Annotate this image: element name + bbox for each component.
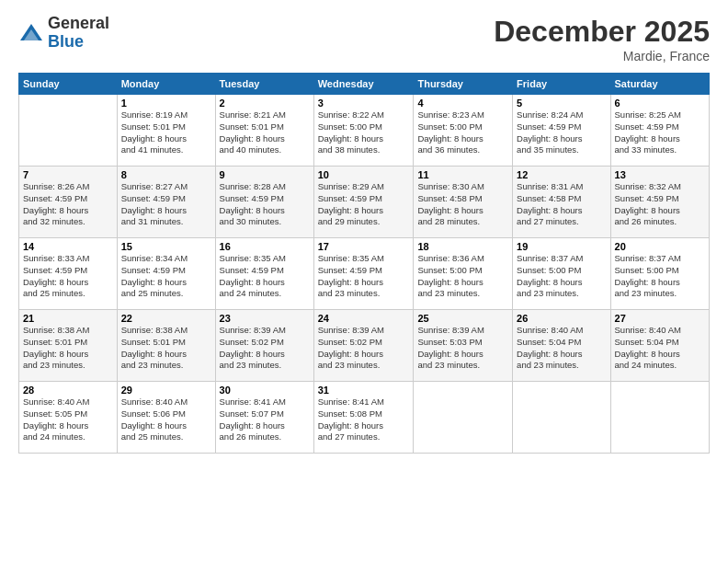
- calendar-cell: 17Sunrise: 8:35 AM Sunset: 4:59 PM Dayli…: [313, 238, 414, 310]
- calendar-cell: 13Sunrise: 8:32 AM Sunset: 4:59 PM Dayli…: [610, 167, 709, 238]
- calendar-header-row: SundayMondayTuesdayWednesdayThursdayFrid…: [19, 74, 710, 95]
- day-number: 30: [220, 385, 310, 396]
- calendar-cell: 10Sunrise: 8:29 AM Sunset: 4:59 PM Dayli…: [313, 167, 414, 238]
- day-info: Sunrise: 8:36 AM Sunset: 5:00 PM Dayligh…: [417, 253, 508, 300]
- calendar-cell: 29Sunrise: 8:40 AM Sunset: 5:06 PM Dayli…: [117, 382, 215, 454]
- day-number: 11: [417, 169, 508, 180]
- day-number: 16: [220, 241, 310, 252]
- day-info: Sunrise: 8:21 AM Sunset: 5:01 PM Dayligh…: [220, 109, 310, 156]
- day-info: Sunrise: 8:28 AM Sunset: 4:59 PM Dayligh…: [220, 181, 310, 228]
- day-number: 24: [318, 313, 410, 324]
- day-of-week-header: Saturday: [610, 74, 709, 95]
- calendar-cell: [414, 382, 513, 454]
- day-number: 26: [517, 313, 606, 324]
- day-info: Sunrise: 8:33 AM Sunset: 4:59 PM Dayligh…: [23, 253, 113, 300]
- calendar-cell: 30Sunrise: 8:41 AM Sunset: 5:07 PM Dayli…: [215, 382, 313, 454]
- day-info: Sunrise: 8:29 AM Sunset: 4:59 PM Dayligh…: [318, 181, 410, 228]
- day-info: Sunrise: 8:26 AM Sunset: 4:59 PM Dayligh…: [23, 181, 113, 228]
- day-of-week-header: Sunday: [19, 74, 118, 95]
- day-of-week-header: Monday: [117, 74, 215, 95]
- day-number: 19: [517, 241, 606, 252]
- day-info: Sunrise: 8:40 AM Sunset: 5:04 PM Dayligh…: [615, 325, 705, 372]
- day-number: 13: [615, 169, 705, 180]
- day-number: 22: [121, 313, 211, 324]
- calendar-cell: 12Sunrise: 8:31 AM Sunset: 4:58 PM Dayli…: [513, 167, 610, 238]
- day-info: Sunrise: 8:41 AM Sunset: 5:07 PM Dayligh…: [220, 396, 310, 443]
- day-info: Sunrise: 8:32 AM Sunset: 4:59 PM Dayligh…: [615, 181, 705, 228]
- day-number: 28: [23, 385, 113, 396]
- day-number: 7: [23, 169, 113, 180]
- subtitle: Mardie, France: [494, 49, 710, 63]
- calendar-cell: 20Sunrise: 8:37 AM Sunset: 5:00 PM Dayli…: [610, 238, 709, 310]
- day-info: Sunrise: 8:19 AM Sunset: 5:01 PM Dayligh…: [121, 109, 211, 156]
- day-info: Sunrise: 8:38 AM Sunset: 5:01 PM Dayligh…: [121, 325, 211, 372]
- day-info: Sunrise: 8:35 AM Sunset: 4:59 PM Dayligh…: [220, 253, 310, 300]
- calendar-cell: [513, 382, 610, 454]
- day-number: 23: [220, 313, 310, 324]
- day-info: Sunrise: 8:41 AM Sunset: 5:08 PM Dayligh…: [318, 396, 410, 443]
- day-info: Sunrise: 8:40 AM Sunset: 5:05 PM Dayligh…: [23, 396, 113, 443]
- day-info: Sunrise: 8:37 AM Sunset: 5:00 PM Dayligh…: [517, 253, 606, 300]
- day-info: Sunrise: 8:25 AM Sunset: 4:59 PM Dayligh…: [615, 109, 705, 156]
- calendar-cell: 9Sunrise: 8:28 AM Sunset: 4:59 PM Daylig…: [215, 167, 313, 238]
- day-info: Sunrise: 8:40 AM Sunset: 5:04 PM Dayligh…: [517, 325, 606, 372]
- day-of-week-header: Thursday: [414, 74, 513, 95]
- day-number: 31: [318, 385, 410, 396]
- calendar-cell: 6Sunrise: 8:25 AM Sunset: 4:59 PM Daylig…: [610, 95, 709, 167]
- day-of-week-header: Tuesday: [215, 74, 313, 95]
- day-of-week-header: Friday: [513, 74, 610, 95]
- day-number: 12: [517, 169, 606, 180]
- day-info: Sunrise: 8:30 AM Sunset: 4:58 PM Dayligh…: [417, 181, 508, 228]
- calendar-cell: 1Sunrise: 8:19 AM Sunset: 5:01 PM Daylig…: [117, 95, 215, 167]
- day-info: Sunrise: 8:23 AM Sunset: 5:00 PM Dayligh…: [417, 109, 508, 156]
- day-number: 2: [220, 98, 310, 109]
- logo: General Blue: [18, 15, 109, 52]
- calendar-cell: 31Sunrise: 8:41 AM Sunset: 5:08 PM Dayli…: [313, 382, 414, 454]
- calendar-week-row: 21Sunrise: 8:38 AM Sunset: 5:01 PM Dayli…: [19, 310, 710, 382]
- logo-icon: [18, 20, 44, 46]
- calendar-cell: 11Sunrise: 8:30 AM Sunset: 4:58 PM Dayli…: [414, 167, 513, 238]
- day-number: 27: [615, 313, 705, 324]
- day-number: 9: [220, 169, 310, 180]
- day-info: Sunrise: 8:35 AM Sunset: 4:59 PM Dayligh…: [318, 253, 410, 300]
- calendar-week-row: 28Sunrise: 8:40 AM Sunset: 5:05 PM Dayli…: [19, 382, 710, 454]
- calendar-cell: 22Sunrise: 8:38 AM Sunset: 5:01 PM Dayli…: [117, 310, 215, 382]
- calendar-cell: 15Sunrise: 8:34 AM Sunset: 4:59 PM Dayli…: [117, 238, 215, 310]
- page-container: General Blue December 2025 Mardie, Franc…: [0, 0, 728, 563]
- day-info: Sunrise: 8:22 AM Sunset: 5:00 PM Dayligh…: [318, 109, 410, 156]
- calendar-cell: 5Sunrise: 8:24 AM Sunset: 4:59 PM Daylig…: [513, 95, 610, 167]
- calendar-cell: 4Sunrise: 8:23 AM Sunset: 5:00 PM Daylig…: [414, 95, 513, 167]
- calendar-cell: 23Sunrise: 8:39 AM Sunset: 5:02 PM Dayli…: [215, 310, 313, 382]
- day-number: 21: [23, 313, 113, 324]
- calendar-week-row: 14Sunrise: 8:33 AM Sunset: 4:59 PM Dayli…: [19, 238, 710, 310]
- day-number: 20: [615, 241, 705, 252]
- calendar-cell: 16Sunrise: 8:35 AM Sunset: 4:59 PM Dayli…: [215, 238, 313, 310]
- calendar-cell: 21Sunrise: 8:38 AM Sunset: 5:01 PM Dayli…: [19, 310, 118, 382]
- calendar-week-row: 7Sunrise: 8:26 AM Sunset: 4:59 PM Daylig…: [19, 167, 710, 238]
- calendar-cell: [19, 95, 118, 167]
- calendar-week-row: 1Sunrise: 8:19 AM Sunset: 5:01 PM Daylig…: [19, 95, 710, 167]
- calendar-cell: 24Sunrise: 8:39 AM Sunset: 5:02 PM Dayli…: [313, 310, 414, 382]
- calendar-cell: 19Sunrise: 8:37 AM Sunset: 5:00 PM Dayli…: [513, 238, 610, 310]
- day-number: 14: [23, 241, 113, 252]
- day-number: 17: [318, 241, 410, 252]
- day-number: 8: [121, 169, 211, 180]
- day-number: 4: [417, 98, 508, 109]
- day-info: Sunrise: 8:31 AM Sunset: 4:58 PM Dayligh…: [517, 181, 606, 228]
- day-number: 18: [417, 241, 508, 252]
- calendar-cell: 8Sunrise: 8:27 AM Sunset: 4:59 PM Daylig…: [117, 167, 215, 238]
- calendar-cell: 25Sunrise: 8:39 AM Sunset: 5:03 PM Dayli…: [414, 310, 513, 382]
- page-header: General Blue December 2025 Mardie, Franc…: [18, 15, 710, 63]
- day-info: Sunrise: 8:39 AM Sunset: 5:02 PM Dayligh…: [318, 325, 410, 372]
- calendar-cell: 26Sunrise: 8:40 AM Sunset: 5:04 PM Dayli…: [513, 310, 610, 382]
- day-number: 6: [615, 98, 705, 109]
- day-info: Sunrise: 8:34 AM Sunset: 4:59 PM Dayligh…: [121, 253, 211, 300]
- day-number: 15: [121, 241, 211, 252]
- day-number: 25: [417, 313, 508, 324]
- day-number: 29: [121, 385, 211, 396]
- logo-general-text: General: [48, 15, 109, 33]
- month-title: December 2025: [494, 15, 710, 49]
- calendar-cell: 7Sunrise: 8:26 AM Sunset: 4:59 PM Daylig…: [19, 167, 118, 238]
- calendar-cell: 28Sunrise: 8:40 AM Sunset: 5:05 PM Dayli…: [19, 382, 118, 454]
- calendar-cell: 2Sunrise: 8:21 AM Sunset: 5:01 PM Daylig…: [215, 95, 313, 167]
